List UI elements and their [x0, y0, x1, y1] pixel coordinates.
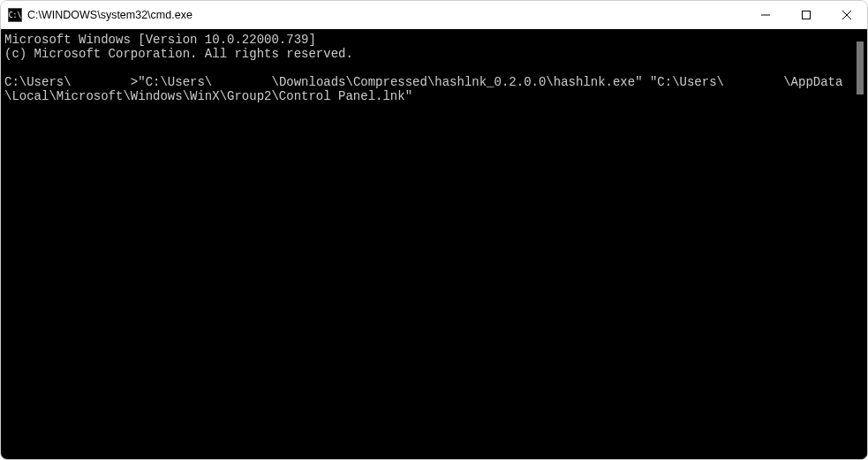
version-line: Microsoft Windows [Version 10.0.22000.73… [4, 33, 316, 47]
minimize-button[interactable] [745, 1, 786, 29]
redacted-username [72, 75, 131, 89]
window-titlebar: C:\ C:\WINDOWS\system32\cmd.exe [1, 1, 867, 29]
command-part-2: \Downloads\Compressed\hashlnk_0.2.0.0\ha… [271, 75, 723, 89]
command-part-1: "C:\Users\ [138, 75, 212, 89]
svg-rect-1 [803, 11, 811, 19]
terminal-output[interactable]: Microsoft Windows [Version 10.0.22000.73… [1, 29, 853, 459]
vertical-scrollbar[interactable] [853, 29, 867, 459]
copyright-line: (c) Microsoft Corporation. All rights re… [4, 47, 353, 61]
prompt-path-prefix: C:\Users\ [4, 75, 72, 89]
terminal-area: Microsoft Windows [Version 10.0.22000.73… [1, 29, 867, 459]
prompt-gt: > [131, 75, 138, 89]
maximize-button[interactable] [786, 1, 826, 29]
window-title: C:\WINDOWS\system32\cmd.exe [27, 9, 192, 21]
close-button[interactable] [826, 1, 867, 29]
redacted-username [724, 75, 783, 89]
scrollbar-thumb[interactable] [857, 41, 864, 94]
redacted-username [212, 75, 271, 89]
cmd-icon: C:\ [8, 8, 22, 22]
